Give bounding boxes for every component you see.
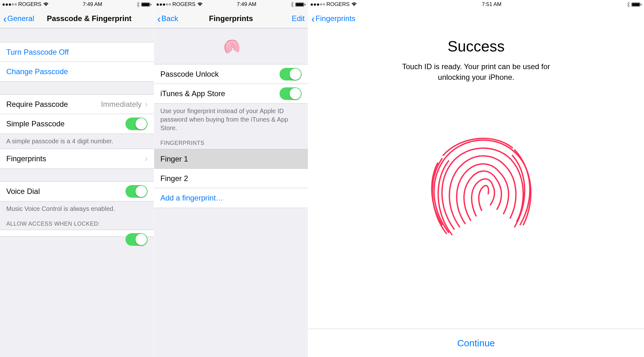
nav-bar: ‹ General Passcode & Fingerprint <box>0 9 154 28</box>
itunes-toggle[interactable] <box>280 87 302 100</box>
voice-dial-footer: Music Voice Control is always enabled. <box>0 201 154 216</box>
chevron-left-icon: ‹ <box>157 13 161 24</box>
chevron-left-icon: ‹ <box>3 13 7 24</box>
turn-passcode-off[interactable]: Turn Passcode Off <box>0 42 154 62</box>
change-passcode[interactable]: Change Passcode <box>0 62 154 81</box>
carrier-name: ROGERS <box>18 1 42 8</box>
nav-bar: ‹ Back Fingerprints Edit <box>154 9 308 28</box>
passcode-unlock-toggle[interactable] <box>280 68 302 80</box>
allow-access-toggle[interactable] <box>125 233 147 246</box>
carrier-name: ROGERS <box>172 1 196 8</box>
battery-icon <box>141 3 152 7</box>
back-button[interactable]: ‹ Back <box>157 13 178 24</box>
back-label: Fingerprints <box>315 14 355 23</box>
fingerprints-header: FINGERPRINTS <box>154 135 308 149</box>
clock: 7:49 AM <box>237 1 256 8</box>
continue-button[interactable]: Continue <box>308 329 644 357</box>
signal-dots-icon <box>3 3 17 6</box>
back-label: General <box>7 14 34 23</box>
chevron-left-icon: ‹ <box>311 13 315 24</box>
signal-dots-icon <box>157 3 171 6</box>
page-title: Fingerprints <box>209 14 253 23</box>
itunes-footer: Use your fingerprint instead of your App… <box>154 104 308 135</box>
chevron-right-icon: › <box>145 154 147 164</box>
allow-access-row <box>0 230 154 236</box>
require-passcode[interactable]: Require Passcode Immediately › <box>0 95 154 114</box>
battery-icon <box>295 3 306 7</box>
wifi-icon <box>197 2 203 7</box>
nav-bar: ‹ Fingerprints <box>308 9 644 28</box>
status-bar: ROGERS 7:49 AM <box>154 0 308 9</box>
screen-passcode-settings: ROGERS 7:49 AM ‹ General Passcode & Fing… <box>0 0 154 357</box>
simple-passcode: Simple Passcode <box>0 114 154 134</box>
carrier-name: ROGERS <box>326 1 350 8</box>
back-label: Back <box>161 14 178 23</box>
wifi-icon <box>351 2 357 7</box>
bluetooth-icon <box>136 2 140 7</box>
back-button[interactable]: ‹ General <box>3 13 34 24</box>
screen-fingerprints: ROGERS 7:49 AM ‹ Back Fingerprints Edit … <box>154 0 308 357</box>
voice-dial: Voice Dial <box>0 182 154 201</box>
status-bar: ROGERS 7:51 AM <box>308 0 644 9</box>
status-bar: ROGERS 7:49 AM <box>0 0 154 9</box>
page-title: Passcode & Fingerprint <box>47 14 131 23</box>
simple-passcode-toggle[interactable] <box>125 118 147 130</box>
require-value: Immediately <box>101 100 142 109</box>
itunes-row: iTunes & App Store <box>154 84 308 103</box>
fingerprint-icon <box>410 101 542 265</box>
battery-icon <box>631 3 642 7</box>
back-button[interactable]: ‹ Fingerprints <box>311 13 355 24</box>
fingerprint-icon <box>154 28 308 64</box>
allow-access-header: ALLOW ACCESS WHEN LOCKED: <box>0 216 154 230</box>
clock: 7:49 AM <box>83 1 102 8</box>
edit-button[interactable]: Edit <box>292 14 305 23</box>
signal-dots-icon <box>311 3 325 6</box>
finger-1[interactable]: Finger 1 <box>154 149 308 169</box>
screen-success: ROGERS 7:51 AM ‹ Fingerprints Success To… <box>308 0 644 357</box>
fingerprints-row[interactable]: Fingerprints › <box>0 149 154 168</box>
clock: 7:51 AM <box>482 1 501 8</box>
simple-passcode-footer: A simple passcode is a 4 digit number. <box>0 134 154 149</box>
success-description: Touch ID is ready. Your print can be use… <box>394 61 558 82</box>
bluetooth-icon <box>291 2 294 7</box>
finger-2[interactable]: Finger 2 <box>154 169 308 188</box>
passcode-unlock-row: Passcode Unlock <box>154 64 308 84</box>
add-fingerprint[interactable]: Add a fingerprint… <box>154 188 308 208</box>
chevron-right-icon: › <box>145 99 147 109</box>
wifi-icon <box>43 2 49 7</box>
voice-dial-toggle[interactable] <box>125 185 147 198</box>
bluetooth-icon <box>627 2 630 7</box>
success-title: Success <box>447 38 504 55</box>
